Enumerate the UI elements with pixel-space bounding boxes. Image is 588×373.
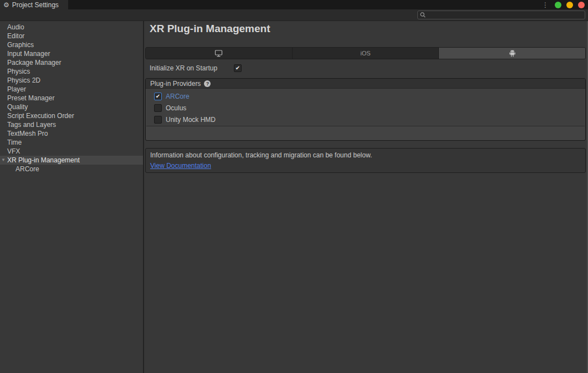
check-icon: ✔	[156, 94, 160, 99]
view-documentation-link[interactable]: View Documentation	[150, 162, 211, 170]
provider-row-arcore: ✔ ARCore	[146, 90, 585, 102]
initialize-xr-label: Initialize XR on Startup	[150, 64, 234, 72]
android-icon	[509, 49, 516, 57]
kebab-menu-icon[interactable]: ⋮	[542, 2, 549, 8]
window-button-yellow[interactable]	[566, 2, 573, 8]
provider-row-oculus: Oculus	[146, 102, 585, 114]
xr-management-panel: XR Plug-in Management iOS	[144, 21, 588, 373]
unity-mock-hmd-label: Unity Mock HMD	[166, 116, 216, 124]
sidebar-item-preset-manager[interactable]: Preset Manager	[0, 94, 143, 103]
gear-icon: ⚙	[3, 2, 9, 8]
sidebar-item-input-manager[interactable]: Input Manager	[0, 49, 143, 58]
oculus-label: Oculus	[166, 104, 186, 112]
sidebar-item-audio[interactable]: Audio	[0, 23, 143, 32]
search-input[interactable]	[426, 11, 585, 19]
sidebar-item-quality[interactable]: Quality	[0, 103, 143, 111]
search-icon	[420, 12, 426, 18]
tab-ios[interactable]: iOS	[293, 48, 439, 59]
content-area: Audio Editor Graphics Input Manager Pack…	[0, 21, 588, 373]
desktop-monitor-icon	[214, 50, 223, 57]
settings-sidebar: Audio Editor Graphics Input Manager Pack…	[0, 21, 143, 373]
foldout-expanded-icon[interactable]: ▼	[1, 156, 6, 165]
oculus-checkbox[interactable]	[154, 104, 162, 112]
tab-desktop[interactable]	[146, 48, 293, 59]
sidebar-item-textmesh-pro[interactable]: TextMesh Pro	[0, 129, 143, 138]
window-titlebar: ⚙ Project Settings ⋮	[0, 0, 588, 9]
provider-row-unity-mock-hmd: Unity Mock HMD	[146, 114, 585, 125]
plugin-providers-header: Plug-in Providers ?	[146, 79, 585, 89]
plugin-providers-title: Plug-in Providers	[150, 80, 201, 88]
check-icon: ✔	[236, 65, 240, 71]
arcore-checkbox[interactable]: ✔	[154, 93, 162, 100]
sidebar-item-player[interactable]: Player	[0, 85, 143, 94]
info-text: Information about configuration, trackin…	[150, 151, 581, 159]
sidebar-item-arcore[interactable]: ARCore	[0, 165, 143, 173]
sidebar-item-time[interactable]: Time	[0, 138, 143, 147]
sidebar-item-physics-2d[interactable]: Physics 2D	[0, 76, 143, 85]
sidebar-item-editor[interactable]: Editor	[0, 32, 143, 40]
sidebar-item-physics[interactable]: Physics	[0, 67, 143, 76]
info-box: Information about configuration, trackin…	[145, 148, 586, 173]
window-controls: ⋮	[542, 0, 585, 9]
search-box[interactable]	[417, 11, 585, 19]
window-tab-title: Project Settings	[12, 1, 59, 9]
unity-mock-hmd-checkbox[interactable]	[154, 116, 162, 124]
page-title: XR Plug-in Management	[150, 23, 270, 35]
sidebar-item-package-manager[interactable]: Package Manager	[0, 58, 143, 67]
sidebar-item-tags-and-layers[interactable]: Tags and Layers	[0, 120, 143, 129]
initialize-xr-row: Initialize XR on Startup ✔	[150, 64, 242, 73]
plugin-providers-group: Plug-in Providers ? ✔ ARCore Oculus Unit…	[145, 78, 586, 141]
sidebar-item-xr-plugin-management[interactable]: ▼ XR Plug-in Management	[0, 156, 143, 165]
ios-tab-label: iOS	[360, 50, 370, 57]
help-icon[interactable]: ?	[204, 80, 211, 87]
sidebar-item-script-execution-order[interactable]: Script Execution Order	[0, 111, 143, 120]
sidebar-item-vfx[interactable]: VFX	[0, 147, 143, 156]
platform-tabstrip: iOS	[145, 47, 586, 59]
tab-android[interactable]	[439, 48, 585, 59]
initialize-xr-checkbox[interactable]: ✔	[234, 64, 242, 72]
window-button-green[interactable]	[555, 2, 561, 8]
sidebar-item-graphics[interactable]: Graphics	[0, 40, 143, 49]
provider-list: ✔ ARCore Oculus Unity Mock HMD	[146, 89, 585, 126]
sidebar-item-label: XR Plug-in Management	[7, 156, 80, 164]
arcore-label: ARCore	[166, 93, 190, 100]
project-settings-tab[interactable]: ⚙ Project Settings	[0, 0, 68, 9]
window-button-red[interactable]	[578, 2, 585, 8]
settings-toolbar	[0, 9, 588, 21]
